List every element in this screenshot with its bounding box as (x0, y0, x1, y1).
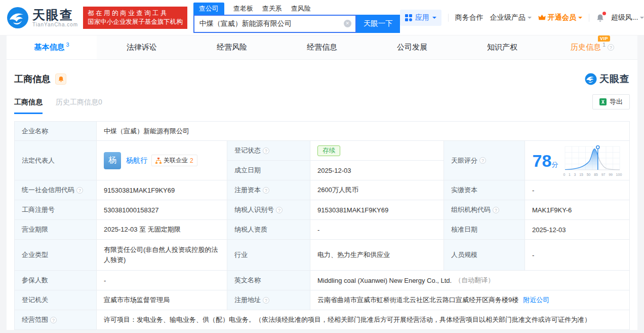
export-label: 导出 (610, 97, 623, 106)
help-icon[interactable] (50, 317, 57, 323)
tab-operation-risk[interactable]: 经营风险 (187, 35, 277, 59)
field-label-reg-capital: 注册资本 (227, 180, 310, 200)
grid-icon (405, 14, 412, 21)
tianyancha-wave-icon (7, 7, 29, 29)
field-label-tyc-score: 天眼评分 (444, 141, 525, 180)
tab-legal-lawsuits[interactable]: 法律诉讼 (97, 35, 187, 59)
field-label-business-term: 营业期限 (15, 220, 97, 240)
subtab-business-info[interactable]: 工商信息 (14, 98, 43, 114)
auto-translate-note: （自动翻译） (455, 276, 494, 285)
field-label-reg-address: 注册地址 (227, 290, 310, 310)
menu-enterprise-products[interactable]: 企业级产品 (490, 13, 532, 22)
help-icon[interactable] (263, 187, 269, 194)
field-value-credit-code: 91530381MAK1F9KY69 (97, 180, 227, 200)
field-value-business-term: 2025-12-03 至 无固定期限 (97, 220, 227, 240)
field-value-reg-status: 存续 (310, 141, 444, 161)
legal-rep-name-link[interactable]: 杨航行 (126, 156, 147, 165)
field-label-establish-date: 成立日期 (227, 161, 310, 180)
help-icon[interactable] (479, 157, 486, 164)
tab-label: 公司发展 (397, 43, 427, 52)
site-logo[interactable]: 天眼查 TianYanCha.com (7, 7, 78, 29)
chevron-down-icon (432, 17, 436, 21)
search-tab-relation[interactable]: 查关系 (262, 3, 282, 15)
subscribe-bell-chip[interactable] (55, 73, 66, 85)
field-value-approval-date: 2025-12-03 (525, 220, 630, 240)
field-value-establish-date: 2025-12-03 (310, 161, 444, 180)
field-value-taxpayer-id: 91530381MAK1F9KY69 (310, 200, 444, 220)
score-axis-ticks: 01 315 5085 9799 100 (563, 172, 622, 176)
score-number: 78 (533, 151, 552, 170)
apps-menu[interactable]: 应用 (400, 10, 441, 26)
field-label-legal-rep: 法定代表人 (15, 141, 97, 180)
field-label-staff-size: 人员规模 (444, 240, 525, 271)
field-label-industry: 行业 (227, 240, 310, 271)
field-label-reg-number: 工商注册号 (15, 200, 97, 220)
field-label-approval-date: 核准日期 (444, 220, 525, 240)
field-label-business-scope: 经营范围 (15, 310, 97, 330)
excel-icon (599, 98, 607, 105)
tianyancha-wave-icon (585, 73, 597, 85)
vip-label: 开通会员 (548, 13, 576, 22)
search-tab-company[interactable]: 查公司 (193, 3, 224, 15)
field-value-org-code: MAK1F9KY-6 (525, 200, 630, 220)
related-companies-badge[interactable]: 关联企业 2 (151, 155, 197, 166)
search-tab-risk[interactable]: 查风险 (291, 3, 311, 15)
field-label-insured-count: 参保人数 (15, 271, 97, 290)
score-distribution-chart: 01 315 5085 9799 100 (563, 144, 622, 176)
tab-label: 经营信息 (307, 43, 337, 52)
field-value-company-type: 有限责任公司(非自然人投资或控股的法人独资) (97, 240, 227, 271)
tab-count: 1 (602, 42, 606, 48)
tab-label: 法律诉讼 (127, 43, 157, 52)
crown-icon (538, 14, 546, 21)
score-marker-pin (596, 146, 599, 149)
help-icon[interactable] (263, 297, 269, 304)
field-value-staff-size: - (525, 240, 630, 271)
org-chart-icon (155, 158, 162, 164)
tab-company-development[interactable]: 公司发展 (367, 35, 457, 59)
divider (448, 14, 449, 22)
tab-history-info[interactable]: 历史信息 1 VIP (547, 35, 637, 59)
field-label-org-code: 组织机构代码 (444, 200, 525, 220)
business-info-table: 企业名称 中煤（宣威）新能源有限公司 法定代表人 杨 杨航行 关联企业 2 (14, 121, 630, 330)
tab-operation-info[interactable]: 经营信息 (277, 35, 367, 59)
legal-rep-avatar[interactable]: 杨 (104, 152, 121, 169)
field-label-paid-capital: 实缴资本 (444, 180, 525, 200)
subtab-label: 工商信息 (14, 98, 43, 106)
search-input[interactable] (199, 20, 344, 28)
related-count: 2 (190, 157, 193, 164)
field-value-taxpayer-quality: - (310, 220, 444, 240)
field-label-taxpayer-quality: 纳税人资质 (227, 220, 310, 240)
top-header: 天眼查 TianYanCha.com 都 在 用 的 商 业 查 询 工 具 国… (0, 0, 644, 35)
help-icon[interactable] (276, 207, 283, 213)
chevron-down-icon (640, 17, 644, 21)
username: 超级风... (611, 13, 638, 22)
subtab-history-business-info[interactable]: 历史工商信息0 (56, 98, 102, 107)
nearby-companies-link[interactable]: 附近公司 (523, 295, 549, 305)
export-button[interactable]: 导出 (592, 94, 630, 109)
search-box (193, 15, 356, 33)
search-button[interactable]: 天眼一下 (356, 15, 400, 33)
enterprise-label: 企业级产品 (490, 13, 526, 22)
tab-intellectual-property[interactable]: 知识产权 (457, 35, 547, 59)
divider (589, 14, 589, 22)
help-icon[interactable] (608, 44, 614, 51)
menu-cooperation[interactable]: 商务合作 (455, 13, 484, 22)
help-icon[interactable] (493, 207, 499, 213)
vip-badge: VIP (598, 35, 610, 42)
notifications-bell[interactable] (596, 13, 605, 22)
field-value-tyc-score: 78分 (525, 141, 630, 180)
help-icon[interactable] (263, 147, 269, 154)
menu-vip-upgrade[interactable]: 开通会员 (538, 13, 582, 22)
search-tab-boss[interactable]: 查老板 (233, 3, 253, 15)
main-tab-bar: 基本信息 3 法律诉讼 经营风险 经营信息 公司发展 知识产权 历史信息 1 V… (7, 35, 637, 60)
clear-icon[interactable] (344, 20, 351, 27)
tab-label: 基本信息 (34, 43, 64, 52)
field-value-insured-count: - (97, 271, 227, 290)
bell-icon (58, 76, 64, 83)
help-icon[interactable] (76, 187, 83, 194)
tab-label: 历史信息 (571, 43, 601, 52)
field-label-company-name: 企业名称 (15, 122, 97, 141)
user-menu[interactable]: 超级风... (611, 13, 644, 22)
slogan-line1: 都 在 用 的 商 业 查 询 工 具 (88, 9, 183, 18)
tab-basic-info[interactable]: 基本信息 3 (7, 35, 97, 59)
